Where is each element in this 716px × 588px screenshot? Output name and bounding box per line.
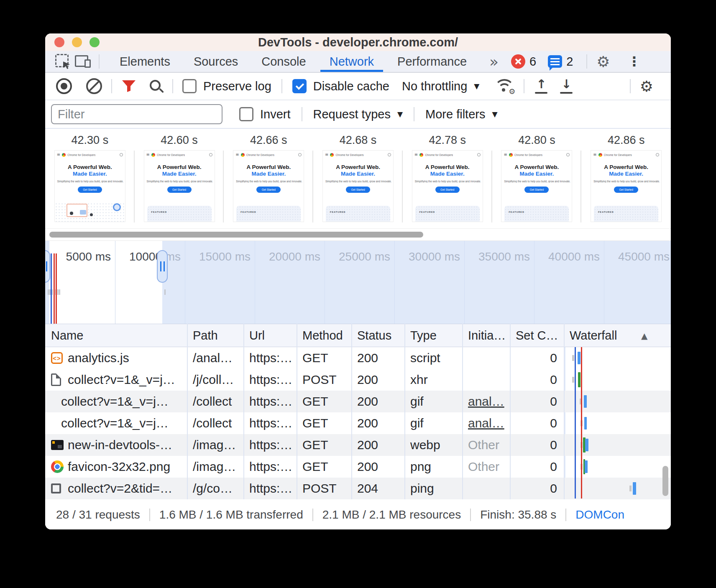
timeline-left-handle[interactable] (45, 250, 50, 283)
panel-tabs: ElementsSourcesConsoleNetworkPerformance (108, 51, 478, 72)
record-network-log-button[interactable] (56, 78, 72, 94)
chevron-down-icon[interactable]: ▼ (492, 110, 497, 118)
timeline-right-handle[interactable] (157, 250, 168, 283)
table-row[interactable]: <>analytics.js/anal…https:…GET200script0 (45, 347, 671, 369)
export-har-button[interactable]: ↓ (560, 79, 573, 94)
column-header-method[interactable]: Method (297, 324, 351, 347)
table-scrollbar-thumb[interactable] (662, 466, 668, 496)
column-header-name[interactable]: Name (45, 324, 187, 347)
chevron-down-icon[interactable]: ▼ (474, 82, 479, 90)
error-badge-icon[interactable] (511, 54, 525, 69)
column-header-type[interactable]: Type (404, 324, 462, 347)
column-header-waterfall[interactable]: Waterfall (564, 324, 671, 347)
cell-path: /j/coll… (187, 369, 243, 391)
cell-set-cookies: 0 (510, 369, 564, 391)
device-toolbar-button[interactable] (73, 51, 93, 72)
page-screenshot-thumbnail[interactable]: ≡Chrome for DevelopersA Powerful Web.Mad… (591, 150, 662, 222)
page-screenshot-thumbnail[interactable]: ≡Chrome for DevelopersA Powerful Web.Mad… (144, 150, 215, 222)
cell-name: collect?v=1&_v=j… (45, 412, 187, 434)
window-titlebar: DevTools - developer.chrome.com/ (45, 33, 671, 51)
cell-name: collect?v=2&tid=… (45, 478, 187, 499)
filmstrip-frame: 42.80 s≡Chrome for DevelopersA Powerful … (492, 129, 582, 228)
filter-input[interactable] (51, 104, 222, 124)
thumb-headline-accent: Made Easier. (144, 171, 215, 177)
thumb-site-header: ≡Chrome for Developers (144, 151, 215, 158)
thumb-headline-accent: Made Easier. (591, 171, 661, 177)
chrome-logo-icon (241, 153, 245, 157)
devtools-settings-button[interactable]: ⚙ (593, 51, 613, 72)
gear-icon: ⚙ (640, 78, 653, 95)
initiator-link[interactable]: anal… (468, 394, 504, 409)
waterfall-bar (578, 352, 580, 364)
file-icon-slot (51, 483, 68, 493)
request-types-dropdown[interactable]: Request types (313, 107, 391, 121)
cell-name: collect?v=1&_v=j… (45, 391, 187, 412)
thumb-featured-label: FEATURED (151, 211, 167, 213)
column-header-initia[interactable]: Initia… (462, 324, 510, 347)
toolbar-divider (281, 79, 282, 93)
page-screenshot-thumbnail[interactable]: ≡Chrome for DevelopersA Powerful Web.Mad… (412, 150, 483, 222)
chevron-down-icon[interactable]: ▼ (397, 110, 403, 118)
table-row[interactable]: collect?v=2&tid=…/g/co…https:…POST204pin… (45, 478, 671, 499)
cell-type: webp (404, 434, 462, 456)
page-screenshot-thumbnail[interactable]: ≡Chrome for DevelopersA Powerful Web.Mad… (501, 150, 572, 222)
clear-network-log-button[interactable] (86, 78, 102, 94)
table-row[interactable]: new-in-devtools-…/imag…https:…GET200webp… (45, 434, 671, 456)
cell-type: png (404, 456, 462, 478)
frame-timestamp: 42.66 s (224, 134, 313, 147)
sort-ascending-icon[interactable]: ▲ (641, 331, 647, 341)
table-row[interactable]: collect?v=1&_v=j…/collecthttps:…GET200gi… (45, 391, 671, 412)
network-settings-button[interactable]: ⚙ (637, 76, 657, 96)
tab-console[interactable]: Console (250, 51, 317, 72)
page-screenshot-thumbnail[interactable]: ≡Chrome for DevelopersA Powerful Web.Mad… (54, 150, 125, 222)
table-row[interactable]: collect?v=1&_v=j…/j/coll…https:…POST200x… (45, 369, 671, 391)
column-header-url[interactable]: Url (243, 324, 297, 347)
waterfall-bar (578, 372, 580, 387)
more-tabs-button[interactable]: » (489, 53, 499, 70)
scrollbar-thumb[interactable] (49, 232, 423, 238)
devtools-menu-button[interactable]: ⋮ (624, 51, 644, 72)
table-row[interactable]: collect?v=1&_v=j…/collecthttps:…GET200gi… (45, 412, 671, 434)
network-toolbar: Preserve log Disable cache No throttling… (45, 73, 671, 100)
cell-url: https:… (243, 412, 297, 434)
preserve-log-checkbox[interactable] (182, 79, 197, 93)
timeline-event-line (54, 253, 55, 324)
network-overview-timeline[interactable]: 5000 ms10000 ms15000 ms20000 ms25000 ms3… (45, 240, 671, 324)
thumb-site-name: Chrome for Developers (157, 153, 185, 156)
tab-performance[interactable]: Performance (386, 51, 478, 72)
thumb-featured-label: FEATURED (330, 211, 346, 213)
page-screenshot-thumbnail[interactable]: ≡Chrome for DevelopersA Powerful Web.Mad… (322, 150, 394, 222)
inspect-element-button[interactable] (53, 51, 73, 72)
frame-timestamp: 42.78 s (403, 134, 492, 147)
filmstrip-scrollbar[interactable] (45, 228, 671, 240)
tab-sources[interactable]: Sources (182, 51, 250, 72)
more-filters-dropdown[interactable]: More filters (425, 107, 485, 121)
thumb-featured-box: FEATURED (326, 206, 390, 222)
status-item[interactable]: DOMCon (575, 508, 624, 522)
throttling-select[interactable]: No throttling (402, 79, 467, 93)
network-conditions-button[interactable]: ⚙ (494, 78, 514, 94)
search-icon[interactable] (149, 79, 163, 93)
tab-network[interactable]: Network (318, 51, 386, 72)
thumb-site-name: Chrome for Developers (67, 153, 95, 156)
issues-message-icon[interactable] (548, 55, 562, 68)
invert-checkbox[interactable] (239, 107, 253, 121)
initiator-link[interactable]: anal… (468, 416, 504, 430)
thumb-featured-box: FEATURED (147, 206, 212, 222)
page-screenshot-thumbnail[interactable]: ≡Chrome for DevelopersA Powerful Web.Mad… (233, 150, 304, 222)
hamburger-icon: ≡ (146, 153, 150, 157)
handle-grip (164, 261, 165, 271)
import-har-button[interactable]: ↑ (534, 79, 548, 94)
filter-icon[interactable] (121, 79, 136, 93)
toolbar-divider (630, 79, 631, 93)
frame-timestamp: 42.86 s (581, 134, 671, 147)
column-header-path[interactable]: Path (187, 324, 243, 347)
disable-cache-checkbox[interactable] (292, 79, 307, 93)
toolbar-divider (99, 54, 100, 69)
search-icon (209, 153, 212, 156)
column-header-setc[interactable]: Set C… (510, 324, 564, 347)
cell-path: /collect (187, 412, 243, 434)
tab-elements[interactable]: Elements (108, 51, 182, 72)
table-row[interactable]: favicon-32x32.png/imag…https:…GET200pngO… (45, 456, 671, 478)
column-header-status[interactable]: Status (351, 324, 404, 347)
